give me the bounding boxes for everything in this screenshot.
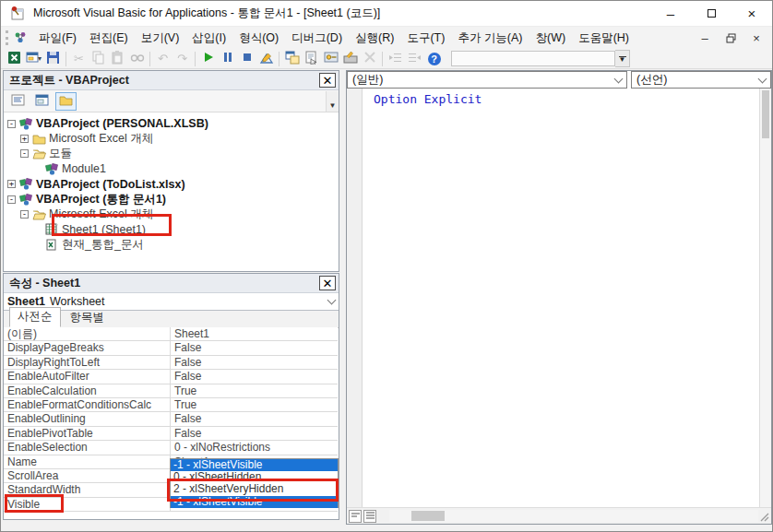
dropdown-option[interactable]: 0 - xlSheetHidden (171, 471, 338, 483)
menu-drag-handle[interactable] (6, 30, 9, 45)
minimize-button[interactable]: – (650, 1, 691, 26)
tree-item[interactable]: 현재_통합_문서 (4, 237, 338, 252)
paste-button[interactable] (108, 50, 127, 67)
procedure-view-button[interactable] (349, 510, 362, 523)
tree-toggle-collapse-icon[interactable]: - (7, 195, 16, 204)
tree-item[interactable]: -VBAProject (통합 문서1) (4, 192, 338, 207)
properties-window-button[interactable] (302, 50, 321, 67)
full-module-view-button[interactable] (363, 510, 376, 523)
property-row-enable-format-conditions-calc[interactable]: EnableFormatConditionsCalcTrue (4, 398, 338, 412)
resize-grip[interactable] (759, 512, 770, 523)
redo-button[interactable]: ↷ (172, 50, 192, 67)
property-name: Visible (4, 498, 171, 511)
indent-button[interactable] (386, 50, 405, 67)
property-value[interactable]: False (171, 356, 338, 369)
property-row-display-page-breaks[interactable]: DisplayPageBreaksFalse (4, 341, 338, 355)
more-tools-button[interactable] (360, 50, 379, 67)
tree-item[interactable]: Module1 (4, 161, 338, 176)
copy-button[interactable] (89, 50, 108, 67)
properties-panel-close-icon[interactable]: ✕ (319, 276, 336, 290)
menu-item-help[interactable]: 도움말(H) (572, 29, 636, 47)
toolbox-icon (343, 51, 358, 66)
code-editor[interactable]: Option Explicit (347, 89, 759, 507)
property-row-object-name[interactable]: (이름)Sheet1 (4, 327, 338, 341)
tree-toggle-collapse-icon[interactable]: - (7, 120, 16, 128)
copy-icon (91, 51, 105, 67)
project-explorer-button[interactable] (282, 50, 302, 67)
menu-item-format[interactable]: 형식(O) (232, 29, 285, 47)
menu-item-add-ins[interactable]: 추가 기능(A) (451, 29, 529, 47)
property-value[interactable]: False (171, 427, 338, 440)
property-value[interactable]: True (171, 384, 338, 397)
menu-item-tools[interactable]: 도구(T) (400, 29, 451, 47)
toolbar-combo[interactable] (451, 51, 615, 66)
tree-item[interactable]: -VBAProject (PERSONAL.XLSB) (4, 116, 338, 131)
view-code-button[interactable] (7, 92, 29, 111)
menu-item-run[interactable]: 실행(R) (349, 29, 400, 47)
scrollbar-thumb[interactable] (762, 90, 769, 138)
menu-item-debug[interactable]: 디버그(D) (285, 29, 349, 47)
toggle-folders-button[interactable] (55, 92, 77, 111)
property-value[interactable]: True (171, 398, 338, 411)
property-value[interactable]: False (171, 370, 338, 383)
close-button[interactable]: × (731, 1, 772, 26)
tree-toggle-expand-icon[interactable]: + (20, 135, 29, 143)
tree-toggle-collapse-icon[interactable]: - (20, 149, 29, 158)
toolbar-combo-arrow-icon[interactable]: ▼ (615, 50, 630, 67)
view-excel-button[interactable] (5, 50, 24, 67)
object-browser-button[interactable] (321, 50, 340, 67)
scrollbar-thumb[interactable] (411, 511, 445, 521)
break-button[interactable] (218, 50, 237, 67)
procedure-dropdown[interactable]: (선언) (631, 71, 771, 89)
view-object-button[interactable] (31, 92, 53, 111)
window-title: Microsoft Visual Basic for Applications … (33, 6, 380, 21)
find-button[interactable] (127, 50, 147, 67)
property-row-enable-auto-filter[interactable]: EnableAutoFilterFalse (4, 370, 338, 384)
run-macro-button[interactable] (198, 50, 218, 67)
vertical-scrollbar[interactable] (759, 89, 771, 507)
toolbox-button[interactable] (340, 50, 360, 67)
insert-userform-button[interactable]: ▾ (24, 50, 43, 67)
design-mode-button[interactable] (256, 50, 276, 67)
mdi-restore-button[interactable] (724, 31, 737, 44)
horizontal-scrollbar[interactable] (389, 510, 758, 522)
tree-item[interactable]: -모듈 (4, 147, 338, 161)
property-value[interactable]: Sheet1 (171, 327, 338, 340)
menu-item-insert[interactable]: 삽입(I) (185, 29, 232, 47)
tree-item[interactable]: +Microsoft Excel 개체 (4, 131, 338, 146)
tree-item[interactable]: +VBAProject (ToDoList.xlsx) (4, 177, 338, 192)
tree-toggle-expand-icon[interactable]: + (7, 180, 16, 188)
dropdown-option[interactable]: 2 - xlSheetVeryHidden (171, 483, 338, 495)
dropdown-option[interactable]: -1 - xlSheetVisible (171, 496, 338, 508)
tree-toggle-collapse-icon[interactable]: - (20, 210, 29, 219)
property-row-display-right-to-left[interactable]: DisplayRightToLeftFalse (4, 356, 338, 370)
menu-item-file[interactable]: 파일(F) (32, 29, 83, 47)
dropdown-option[interactable]: -1 - xlSheetVisible (171, 459, 338, 471)
reset-button[interactable] (237, 50, 256, 67)
object-dropdown[interactable]: (일반) (347, 71, 627, 89)
property-value[interactable]: False (171, 412, 338, 425)
save-button[interactable] (43, 50, 63, 67)
cut-button[interactable]: ✂ (69, 50, 89, 67)
project-panel-close-icon[interactable]: ✕ (319, 73, 336, 88)
menu-item-view[interactable]: 보기(V) (135, 29, 186, 47)
help-button[interactable]: ? (424, 50, 444, 67)
undo-button[interactable]: ↶ (153, 50, 172, 67)
menu-item-window[interactable]: 창(W) (529, 29, 573, 47)
tree-item[interactable]: -Microsoft Excel 개체 (4, 207, 338, 221)
property-row-enable-selection[interactable]: EnableSelection0 - xlNoRestrictions (4, 441, 338, 455)
tree-item[interactable]: Sheet1 (Sheet1) (4, 222, 338, 237)
property-value[interactable]: False (171, 341, 338, 354)
tab-alphabetical[interactable]: 사전순 (9, 307, 61, 327)
maximize-button[interactable] (691, 1, 731, 26)
tab-categorized[interactable]: 항목별 (63, 309, 113, 327)
menu-item-edit[interactable]: 편집(E) (83, 29, 135, 47)
mdi-close-button[interactable]: × (750, 31, 763, 44)
outdent-button[interactable] (405, 50, 424, 67)
property-row-enable-outlining[interactable]: EnableOutliningFalse (4, 412, 338, 426)
property-row-enable-pivot-table[interactable]: EnablePivotTableFalse (4, 427, 338, 441)
property-value[interactable]: 0 - xlNoRestrictions (171, 441, 338, 454)
property-row-enable-calculation[interactable]: EnableCalculationTrue (4, 384, 338, 398)
tree-scrollbar-down-icon[interactable]: ▼ (326, 91, 339, 112)
mdi-minimize-button[interactable]: – (698, 31, 711, 44)
